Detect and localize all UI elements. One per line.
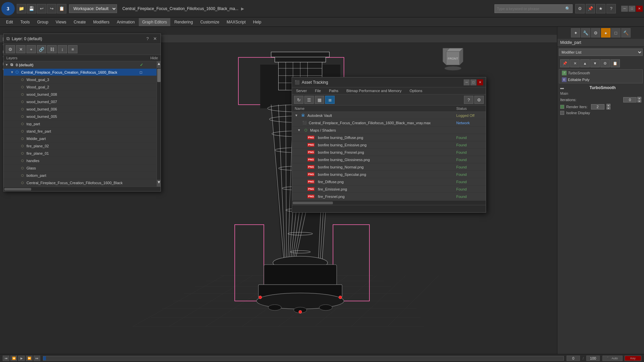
asset-row-bonfire-glossiness[interactable]: PNG bonfire burning_Glossiness.png Found	[292, 156, 486, 163]
asset-row-maps[interactable]: ▼ ⬡ Maps / Shaders	[292, 127, 486, 134]
scroll-thumb[interactable]	[157, 69, 161, 82]
anim-prev-btn[interactable]: ⏪	[10, 356, 17, 361]
total-frames-input[interactable]	[586, 356, 600, 361]
asset-menu-bitmap[interactable]: Bitmap Performance and Memory	[342, 87, 405, 94]
asset-toolbar-grid-view[interactable]: ▦	[315, 96, 324, 104]
layer-item-middle-part[interactable]: ⬡ Middle_part	[4, 135, 157, 142]
motion-panel-icon[interactable]: ●	[601, 28, 610, 38]
layer-toolbar-add[interactable]: +	[26, 45, 36, 53]
asset-menu-file[interactable]: File	[311, 87, 325, 94]
layer-item-wood-goal-2[interactable]: ⬡ Wood_goal_2	[4, 83, 157, 91]
ts-renderiter-up[interactable]: ▲	[606, 104, 610, 106]
asset-close-button[interactable]: ✕	[477, 79, 483, 85]
modifier-editable-poly[interactable]: E Editable Poly	[559, 76, 642, 83]
create-panel-icon[interactable]: ✦	[571, 28, 580, 38]
layer-item-fire-plane-01[interactable]: ⬡ fire_plane_01	[4, 150, 157, 157]
search-icon-btn[interactable]: ⚙	[575, 4, 585, 13]
ts-expand-btn[interactable]: ▬	[560, 86, 564, 90]
search-input[interactable]	[497, 7, 564, 11]
vault-expand[interactable]: ▼	[295, 114, 299, 117]
redo-button[interactable]: ↪	[47, 4, 56, 13]
asset-row-fire-diffuse[interactable]: PNG fire_Diffuse.png Found	[292, 178, 486, 186]
layer-panel-question[interactable]: ?	[144, 36, 151, 42]
layer-item-handles[interactable]: ⬡ handles	[4, 157, 157, 164]
modifier-up-button[interactable]: ▲	[580, 59, 590, 67]
layer-item-bottom-part[interactable]: ⬡ bottom_part	[4, 172, 157, 179]
ts-iterations-input[interactable]	[623, 97, 637, 102]
pin-icon-btn[interactable]: 📌	[586, 4, 595, 13]
save-file-button[interactable]: 💾	[27, 4, 36, 13]
modifier-copy-button[interactable]: 📋	[610, 59, 620, 67]
anim-start-btn[interactable]: ⏮	[3, 356, 9, 361]
key-mode-btn[interactable]: ⬛ Auto	[602, 356, 623, 361]
layer-item-wood-burned-006[interactable]: ⬡ wood_burned_006	[4, 105, 157, 113]
asset-row-bonfire-diffuse[interactable]: PNG bonfire burning_Diffuse.png Found	[292, 134, 486, 141]
modifier-delete-button[interactable]: ✕	[570, 59, 580, 67]
layer-toolbar-delete[interactable]: ✕	[16, 45, 25, 53]
close-button[interactable]: ✕	[636, 6, 643, 12]
asset-row-bonfire-specular[interactable]: PNG bonfire burning_Specular.png Found	[292, 171, 486, 178]
expand-default[interactable]: ▼	[5, 63, 9, 67]
maps-expand[interactable]: ▼	[297, 128, 301, 132]
ts-iterations-up[interactable]: ▲	[637, 97, 641, 99]
layer-item-central-fireplace[interactable]: ▼ ⬡ Central_Fireplace_Focus_Creation_Fil…	[4, 69, 157, 76]
layer-toolbar-link[interactable]: 🔗	[37, 45, 46, 53]
modifier-down-button[interactable]: ▼	[590, 59, 600, 67]
layer-toolbar-move[interactable]: ↕	[58, 45, 67, 53]
modifier-pin-button[interactable]: 📌	[560, 59, 570, 67]
menu-rendering[interactable]: Rendering	[171, 18, 196, 26]
hierarchy-panel-icon[interactable]: ⚙	[591, 28, 600, 38]
layer-item-fire-plane-02[interactable]: ⬡ fire_plane_02	[4, 142, 157, 150]
ts-isoline-checkbox[interactable]	[560, 111, 564, 115]
menu-animation[interactable]: Animation	[114, 18, 138, 26]
asset-hscroll-thumb[interactable]	[293, 202, 333, 204]
layer-item-wood-burned-005[interactable]: ⬡ wood_burned_005	[4, 113, 157, 120]
asset-toolbar-help[interactable]: ?	[464, 96, 473, 104]
asset-maximize-button[interactable]: □	[470, 79, 476, 85]
asset-menu-paths[interactable]: Paths	[325, 87, 342, 94]
workspace-dropdown[interactable]: Workspace: Default	[69, 4, 117, 13]
layer-toolbar-sort[interactable]: ≡	[68, 45, 77, 53]
asset-menu-options[interactable]: Options	[406, 87, 426, 94]
layer-item-wood-burned-007[interactable]: ⬡ wood_burned_007	[4, 98, 157, 105]
layer-item-stand-fire[interactable]: ⬡ stand_fire_part	[4, 128, 157, 135]
layer-panel-close[interactable]: ✕	[152, 36, 158, 42]
ts-renderiter-input[interactable]	[591, 104, 604, 110]
asset-menu-server[interactable]: Server	[292, 87, 311, 94]
asset-row-maxfile[interactable]: ⬛ Central_Fireplace_Focus_Creation_Filio…	[292, 119, 486, 127]
menu-maxscript[interactable]: MAXScript	[223, 18, 249, 26]
capture-button[interactable]: 📋	[57, 4, 66, 13]
menu-views[interactable]: Views	[52, 18, 70, 26]
asset-row-bonfire-fresnel[interactable]: PNG bonfire burning_Fresnel.png Found	[292, 149, 486, 156]
asset-toolbar-settings[interactable]: ⚙	[474, 96, 484, 104]
menu-create[interactable]: Create	[70, 18, 89, 26]
asset-toolbar-list-view[interactable]: ☰	[304, 96, 314, 104]
menu-graph-editors[interactable]: Graph Editors	[139, 18, 170, 26]
modify-panel-icon[interactable]: 🔧	[581, 28, 590, 38]
layer-bottom-scrollbar[interactable]	[4, 187, 161, 191]
modifier-turbosmooth[interactable]: T TurboSmooth	[559, 70, 642, 76]
current-frame-input[interactable]	[567, 356, 580, 361]
menu-group[interactable]: Group	[34, 18, 52, 26]
ts-renderiter-checkbox[interactable]	[560, 105, 564, 109]
layer-hscroll-thumb[interactable]	[4, 188, 31, 191]
layer-toolbar-unlink[interactable]: ⛓	[47, 45, 57, 53]
minimize-button[interactable]: ─	[621, 6, 628, 12]
layer-item-glass[interactable]: ⬡ Glass	[4, 164, 157, 172]
utilities-panel-icon[interactable]: 🔨	[621, 28, 631, 38]
asset-minimize-button[interactable]: ─	[464, 79, 470, 85]
timeline-bar[interactable]	[43, 356, 564, 361]
layer-scrollbar[interactable]: ▲ ▼	[157, 61, 161, 187]
set-key-btn[interactable]: Key	[625, 356, 641, 361]
layer-item-top-part[interactable]: ⬡ top_part	[4, 120, 157, 128]
expand-cf[interactable]: ▼	[10, 70, 14, 74]
asset-toolbar-detail-view[interactable]: ≣	[325, 96, 335, 104]
scroll-up-btn[interactable]: ▲	[157, 61, 161, 68]
ts-renderiter-down[interactable]: ▼	[606, 107, 610, 110]
anim-next-btn[interactable]: ⏩	[26, 356, 33, 361]
display-panel-icon[interactable]: □	[611, 28, 621, 38]
anim-end-btn[interactable]: ⏭	[34, 356, 40, 361]
asset-row-bonfire-emissive[interactable]: PNG bonfire burning_Emissive.png Found	[292, 141, 486, 149]
asset-row-vault[interactable]: ▼ 🏛 Autodesk Vault Logged Off	[292, 112, 486, 119]
layer-item-default[interactable]: ▼ ⧉ 0 (default) ✓	[4, 61, 157, 69]
